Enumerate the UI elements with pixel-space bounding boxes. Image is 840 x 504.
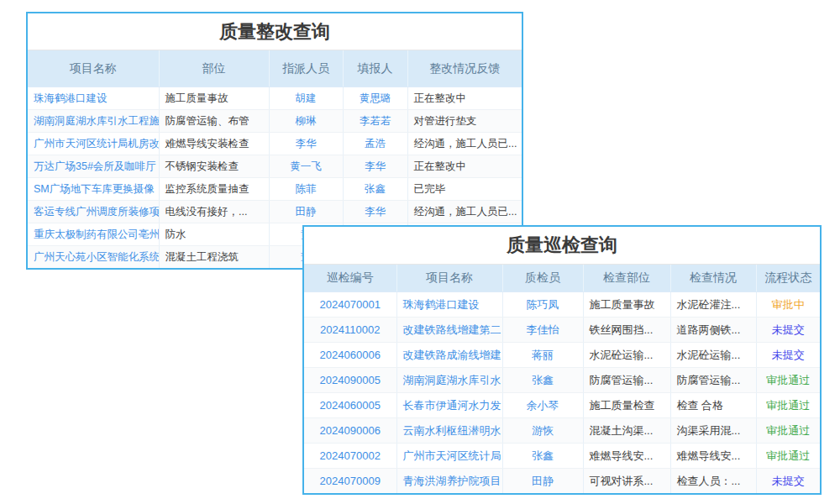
project-name-link[interactable]: 湖南洞庭湖水库引水 xyxy=(396,368,502,393)
part-cell: 电线没有接好，... xyxy=(159,201,269,223)
inspector-link[interactable]: 田静 xyxy=(502,469,583,494)
check-part-cell: 施工质量事故 xyxy=(583,292,670,318)
inspection-no-link[interactable]: 2024090006 xyxy=(304,418,396,444)
project-name-link[interactable]: 改建铁路线增建第二 xyxy=(396,318,502,343)
check-part-cell: 难燃导线安... xyxy=(583,444,670,469)
part-cell: 难燃导线安装检查 xyxy=(159,133,269,155)
reporter-link[interactable]: 李华 xyxy=(343,155,407,178)
table-row: 2024060006改建铁路成渝线增建蒋丽水泥砼运输...水泥砼运输...未提交 xyxy=(304,343,820,368)
project-name-link[interactable]: 广州市天河区统计局机房改 xyxy=(28,133,159,155)
project-name-link[interactable]: 广州市天河区统计局 xyxy=(396,444,502,469)
check-situation-cell: 水泥砼运输... xyxy=(670,343,756,368)
inspection-header-row: 巡检编号 项目名称 质检员 检查部位 检查情况 流程状态 xyxy=(304,265,820,292)
check-part-cell: 可视对讲系... xyxy=(583,469,670,494)
table-row: 2024070001珠海鹤港口建设陈巧凤施工质量事故水泥砼灌注...审批中 xyxy=(304,292,820,318)
feedback-cell: 经沟通，施工人员已... xyxy=(407,201,522,223)
feedback-cell: 经沟通，施工人员已... xyxy=(407,133,522,155)
assignee-link[interactable]: 李华 xyxy=(269,133,343,155)
status-badge: 审批中 xyxy=(756,292,820,318)
rectification-header-row: 项目名称 部位 指派人员 填报人 整改情况反馈 xyxy=(28,50,522,87)
col-header-inspector: 质检员 xyxy=(502,265,583,292)
col-header-flow-status: 流程状态 xyxy=(756,265,820,292)
table-row: SM广场地下车库更换摄像监控系统质量抽查陈菲张鑫已完毕 xyxy=(28,178,522,201)
inspector-link[interactable]: 李佳怡 xyxy=(502,318,583,343)
inspection-no-link[interactable]: 2024060005 xyxy=(304,393,396,418)
assignee-link[interactable]: 柳琳 xyxy=(269,110,343,133)
assignee-link[interactable]: 黄一飞 xyxy=(269,155,343,178)
feedback-cell: 正在整改中 xyxy=(407,155,522,178)
table-row: 2024090005湖南洞庭湖水库引水张鑫防腐管运输...防腐管运输...审批通… xyxy=(304,368,820,393)
project-name-link[interactable]: 客运专线广州调度所装修项 xyxy=(28,201,159,223)
inspection-no-link[interactable]: 2024070001 xyxy=(304,292,396,318)
inspection-query-panel: 质量巡检查询 巡检编号 项目名称 质检员 检查部位 检查情况 流程状态 2024… xyxy=(302,225,822,495)
assignee-link[interactable]: 陈菲 xyxy=(269,178,343,201)
table-row: 2024070009青海洪湖养护院项目田静可视对讲系...检查人员：...未提交 xyxy=(304,469,820,494)
inspector-link[interactable]: 蒋丽 xyxy=(502,343,583,368)
check-situation-cell: 水泥砼灌注... xyxy=(670,292,756,318)
check-part-cell: 防腐管运输... xyxy=(583,368,670,393)
project-name-link[interactable]: 万达广场35#会所及咖啡厅 xyxy=(28,155,159,178)
reporter-link[interactable]: 李若若 xyxy=(343,110,407,133)
inspector-link[interactable]: 游恢 xyxy=(502,418,583,444)
check-situation-cell: 难燃导线安... xyxy=(670,444,756,469)
check-situation-cell: 沟渠采用混... xyxy=(670,418,756,444)
project-name-link[interactable]: SM广场地下车库更换摄像 xyxy=(28,178,159,201)
project-name-link[interactable]: 改建铁路成渝线增建 xyxy=(396,343,502,368)
table-row: 2024090006云南水利枢纽潜明水游恢混凝土沟渠...沟渠采用混...审批通… xyxy=(304,418,820,444)
inspection-no-link[interactable]: 2024060006 xyxy=(304,343,396,368)
part-cell: 防水 xyxy=(159,223,269,246)
check-part-cell: 混凝土沟渠... xyxy=(583,418,670,444)
table-row: 2024060005长春市伊通河水力发余小琴施工质量检查检查 合格审批通过 xyxy=(304,393,820,418)
rectification-panel-title: 质量整改查询 xyxy=(28,13,522,50)
assignee-link[interactable]: 田静 xyxy=(269,201,343,223)
project-name-link[interactable]: 云南水利枢纽潜明水 xyxy=(396,418,502,444)
status-badge: 审批通过 xyxy=(756,393,820,418)
check-part-cell: 铁丝网围挡... xyxy=(583,318,670,343)
inspector-link[interactable]: 张鑫 xyxy=(502,368,583,393)
inspection-no-link[interactable]: 2024070002 xyxy=(304,444,396,469)
reporter-link[interactable]: 孟浩 xyxy=(343,133,407,155)
project-name-link[interactable]: 珠海鹤港口建设 xyxy=(396,292,502,318)
col-header-reporter: 填报人 xyxy=(343,50,407,87)
inspector-link[interactable]: 余小琴 xyxy=(502,393,583,418)
reporter-link[interactable]: 李华 xyxy=(343,201,407,223)
inspection-no-link[interactable]: 2024090005 xyxy=(304,368,396,393)
project-name-link[interactable]: 重庆太极制药有限公司亳州 xyxy=(28,223,159,246)
col-header-project-name: 项目名称 xyxy=(28,50,159,87)
reporter-link[interactable]: 黄思璐 xyxy=(343,87,407,110)
part-cell: 不锈钢安装检查 xyxy=(159,155,269,178)
col-header-project-name: 项目名称 xyxy=(396,265,502,292)
table-row: 湖南洞庭湖水库引水工程施防腐管运输、布管柳琳李若若对管进行垫支 xyxy=(28,110,522,133)
inspection-table-body: 2024070001珠海鹤港口建设陈巧凤施工质量事故水泥砼灌注...审批中202… xyxy=(304,292,820,494)
inspector-link[interactable]: 陈巧凤 xyxy=(502,292,583,318)
col-header-feedback: 整改情况反馈 xyxy=(407,50,522,87)
check-part-cell: 施工质量检查 xyxy=(583,393,670,418)
col-header-check-part: 检查部位 xyxy=(583,265,670,292)
inspection-no-link[interactable]: 2024110002 xyxy=(304,318,396,343)
reporter-link[interactable]: 张鑫 xyxy=(343,178,407,201)
project-name-link[interactable]: 长春市伊通河水力发 xyxy=(396,393,502,418)
project-name-link[interactable]: 广州天心苑小区智能化系统 xyxy=(28,246,159,269)
assignee-link[interactable]: 胡建 xyxy=(269,87,343,110)
table-row: 广州市天河区统计局机房改难燃导线安装检查李华孟浩经沟通，施工人员已... xyxy=(28,133,522,155)
status-badge: 审批通过 xyxy=(756,444,820,469)
feedback-cell: 正在整改中 xyxy=(407,87,522,110)
project-name-link[interactable]: 湖南洞庭湖水库引水工程施 xyxy=(28,110,159,133)
col-header-check-situation: 检查情况 xyxy=(670,265,756,292)
feedback-cell: 对管进行垫支 xyxy=(407,110,522,133)
table-row: 客运专线广州调度所装修项电线没有接好，...田静李华经沟通，施工人员已... xyxy=(28,201,522,223)
status-badge: 审批通过 xyxy=(756,368,820,393)
part-cell: 混凝土工程浇筑 xyxy=(159,246,269,269)
status-badge: 审批通过 xyxy=(756,418,820,444)
inspection-no-link[interactable]: 2024070009 xyxy=(304,469,396,494)
part-cell: 防腐管运输、布管 xyxy=(159,110,269,133)
status-badge: 未提交 xyxy=(756,469,820,494)
inspection-panel-title: 质量巡检查询 xyxy=(304,227,820,265)
col-header-assignee: 指派人员 xyxy=(269,50,343,87)
status-badge: 未提交 xyxy=(756,318,820,343)
project-name-link[interactable]: 青海洪湖养护院项目 xyxy=(396,469,502,494)
check-situation-cell: 防腐管运输... xyxy=(670,368,756,393)
inspector-link[interactable]: 张鑫 xyxy=(502,444,583,469)
project-name-link[interactable]: 珠海鹤港口建设 xyxy=(28,87,159,110)
check-situation-cell: 道路两侧铁... xyxy=(670,318,756,343)
